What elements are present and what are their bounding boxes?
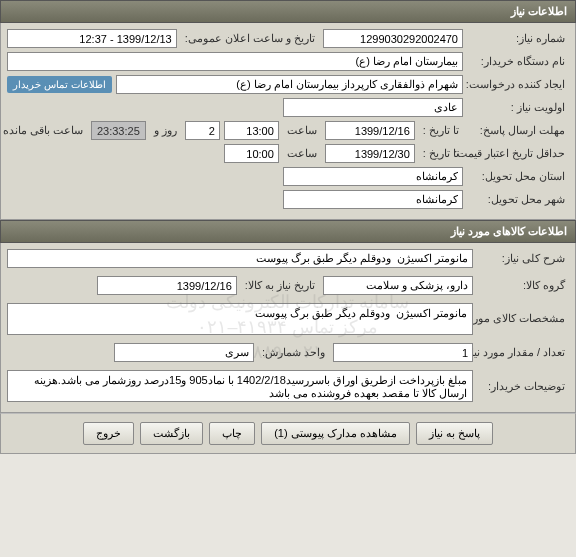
spec-label: مشخصات کالای مورد نیاز: [477, 310, 569, 327]
unit-label: واحد شمارش: [258, 344, 329, 361]
time-label1: ساعت [283, 122, 321, 139]
group-label: گروه کالا: [477, 277, 569, 294]
countdown: 23:33:25 [91, 121, 146, 140]
reply-button[interactable]: پاسخ به نیاز [416, 422, 493, 445]
section2-body: سامانه تدارکات الکترونیکی دولت مرکز تماس… [0, 243, 576, 413]
desc-label: شرح کلی نیاز: [477, 250, 569, 267]
remaining-label: ساعت باقی مانده [0, 122, 87, 139]
attachments-button[interactable]: مشاهده مدارک پیوستی (1) [261, 422, 410, 445]
city-label: شهر محل تحویل: [467, 191, 569, 208]
need-date-label: تاریخ نیاز به کالا: [241, 277, 319, 294]
priority-input [283, 98, 463, 117]
qty-input [333, 343, 473, 362]
province-input [283, 167, 463, 186]
buyer-notes-label: توضیحات خریدار: [477, 378, 569, 395]
need-date-input [97, 276, 237, 295]
print-button[interactable]: چاپ [209, 422, 255, 445]
buyer-notes-textarea [7, 370, 473, 402]
deadline-date-input [325, 121, 415, 140]
to-date-label1: تا تاریخ : [419, 122, 463, 139]
req-no-label: شماره نیاز: [467, 30, 569, 47]
group-input [323, 276, 473, 295]
announce-label: تاریخ و ساعت اعلان عمومی: [181, 30, 319, 47]
contact-link[interactable]: اطلاعات تماس خریدار [7, 76, 112, 93]
footer: پاسخ به نیاز مشاهده مدارک پیوستی (1) چاپ… [0, 413, 576, 454]
qty-label: تعداد / مقدار مورد نیاز: [477, 344, 569, 361]
days-input [185, 121, 220, 140]
spec-textarea [7, 303, 473, 335]
device-label: نام دستگاه خریدار: [467, 53, 569, 70]
credit-date-input [325, 144, 415, 163]
time-label2: ساعت [283, 145, 321, 162]
device-input [7, 52, 463, 71]
section2-header: اطلاعات کالاهای مورد نیاز [0, 220, 576, 243]
to-date-label2: تا تاریخ : [419, 145, 463, 162]
deadline-label: مهلت ارسال پاسخ: [467, 122, 569, 139]
desc-input [7, 249, 473, 268]
city-input [283, 190, 463, 209]
creator-input [116, 75, 463, 94]
deadline-time-input [224, 121, 279, 140]
credit-time-input [224, 144, 279, 163]
announce-input [7, 29, 177, 48]
days-label: روز و [150, 122, 181, 139]
exit-button[interactable]: خروج [83, 422, 134, 445]
section1-header: اطلاعات نیاز [0, 0, 576, 23]
creator-label: ایجاد کننده درخواست: [467, 76, 569, 93]
back-button[interactable]: بازگشت [140, 422, 203, 445]
priority-label: اولویت نیاز : [467, 99, 569, 116]
province-label: استان محل تحویل: [467, 168, 569, 185]
req-no-input [323, 29, 463, 48]
min-credit-label: حداقل تاریخ اعتبار قیمت: [467, 145, 569, 162]
section1-body: شماره نیاز: تاریخ و ساعت اعلان عمومی: نا… [0, 23, 576, 220]
unit-input [114, 343, 254, 362]
